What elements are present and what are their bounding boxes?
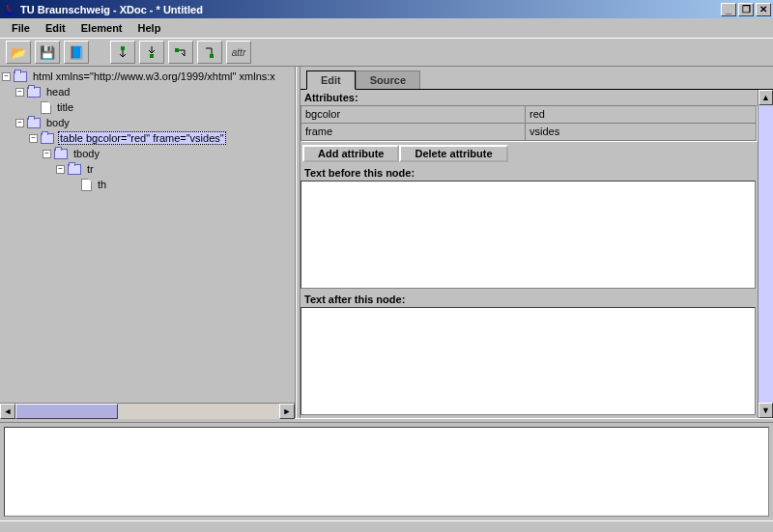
tab-source[interactable]: Source: [356, 70, 420, 89]
properties-pane: Edit Source Attributes: bgcolor red fram…: [301, 67, 773, 418]
folder-icon: [68, 164, 81, 175]
tree-label: body: [44, 116, 72, 129]
tree-label: tr: [85, 162, 96, 176]
workspace: −html xmlns="http://www.w3.org/1999/xhtm…: [0, 67, 773, 418]
text-after-heading: Text after this node:: [301, 292, 758, 307]
svg-rect-14: [210, 54, 214, 58]
tree-node-tr[interactable]: −tr: [2, 161, 295, 177]
title-bar: TU Braunschweig - XDoc - * Untitled _ ❐ …: [0, 0, 773, 18]
collapse-icon[interactable]: −: [56, 165, 65, 174]
attribute-name[interactable]: frame: [301, 124, 526, 140]
insert-after-button[interactable]: [168, 41, 193, 64]
tree-node-tbody[interactable]: −tbody: [2, 146, 295, 161]
window-title: TU Braunschweig - XDoc - * Untitled: [20, 4, 719, 15]
minimize-button[interactable]: _: [721, 3, 736, 16]
tree-node-head[interactable]: −head: [2, 84, 295, 99]
collapse-icon[interactable]: −: [15, 119, 24, 127]
tree-node-title[interactable]: title: [2, 99, 295, 115]
scroll-right-icon[interactable]: ►: [279, 404, 295, 419]
attributes-heading: Attributes:: [301, 90, 758, 105]
java-icon: [2, 2, 17, 17]
text-before-input[interactable]: [301, 181, 756, 289]
collapse-icon[interactable]: −: [43, 150, 51, 158]
attributes-table: bgcolor red frame vsides: [301, 105, 758, 142]
open-button[interactable]: 📂: [6, 41, 31, 64]
attribute-button[interactable]: attr: [226, 41, 251, 64]
tree-node-html[interactable]: −html xmlns="http://www.w3.org/1999/xhtm…: [2, 69, 295, 84]
attribute-name[interactable]: bgcolor: [301, 106, 526, 123]
element-tree[interactable]: −html xmlns="http://www.w3.org/1999/xhtm…: [0, 67, 295, 403]
scroll-thumb[interactable]: [15, 404, 118, 419]
add-attribute-button[interactable]: Add attribute: [302, 145, 399, 162]
folder-icon: [27, 118, 41, 128]
file-icon: [81, 179, 92, 191]
tree-h-scrollbar[interactable]: ◄ ►: [0, 403, 295, 418]
menu-bar: File Edit Element Help: [0, 18, 773, 38]
attribute-value[interactable]: vsides: [526, 124, 757, 140]
status-bar: [0, 520, 773, 532]
panel-v-scrollbar[interactable]: ▲ ▼: [758, 90, 773, 418]
svg-rect-8: [175, 48, 179, 52]
tree-label: title: [55, 100, 75, 114]
svg-rect-0: [121, 46, 125, 50]
tree-node-body[interactable]: −body: [2, 115, 295, 130]
scroll-down-icon[interactable]: ▼: [759, 403, 773, 418]
tree-node-table[interactable]: −table bgcolor="red" frame="vsides": [2, 130, 295, 146]
toolbar: 📂 💾 📘 attr: [0, 38, 773, 67]
tree-label: th: [96, 178, 108, 191]
menu-file[interactable]: File: [4, 20, 38, 36]
text-after-input[interactable]: [301, 307, 756, 415]
output-pane[interactable]: [4, 427, 769, 517]
svg-rect-7: [150, 54, 154, 58]
folder-icon: [14, 71, 27, 82]
file-icon: [41, 101, 51, 114]
edit-panel: Attributes: bgcolor red frame vsides Add…: [301, 90, 758, 418]
maximize-button[interactable]: ❐: [738, 3, 754, 16]
document-button[interactable]: 📘: [64, 41, 89, 64]
tab-panel: Attributes: bgcolor red frame vsides Add…: [301, 89, 773, 418]
insert-inside-button[interactable]: [139, 41, 164, 64]
tab-strip: Edit Source: [301, 70, 773, 89]
tree-pane: −html xmlns="http://www.w3.org/1999/xhtm…: [0, 67, 296, 418]
text-before-heading: Text before this node:: [301, 165, 758, 181]
tree-node-th[interactable]: th: [2, 177, 295, 192]
attribute-value[interactable]: red: [526, 106, 757, 123]
folder-icon: [27, 87, 41, 98]
tab-edit[interactable]: Edit: [306, 70, 356, 90]
attribute-row[interactable]: frame vsides: [301, 124, 757, 141]
scroll-track[interactable]: [15, 404, 279, 419]
close-button[interactable]: ✕: [756, 3, 771, 16]
scroll-left-icon[interactable]: ◄: [0, 404, 15, 419]
horizontal-splitter[interactable]: [0, 418, 773, 423]
folder-icon: [54, 149, 68, 159]
collapse-icon[interactable]: −: [15, 88, 24, 97]
folder-icon: [41, 133, 54, 144]
tree-label: tbody: [72, 147, 101, 160]
menu-help[interactable]: Help: [130, 20, 169, 36]
attribute-row[interactable]: bgcolor red: [301, 106, 757, 124]
menu-element[interactable]: Element: [73, 20, 130, 36]
tree-label: html xmlns="http://www.w3.org/1999/xhtml…: [31, 70, 277, 83]
insert-before-button[interactable]: [110, 41, 135, 64]
scroll-up-icon[interactable]: ▲: [759, 90, 773, 105]
tree-label: table bgcolor="red" frame="vsides": [58, 131, 226, 145]
save-button[interactable]: 💾: [35, 41, 60, 64]
tree-label: head: [44, 85, 72, 98]
collapse-icon[interactable]: −: [29, 134, 38, 143]
insert-wrap-button[interactable]: [197, 41, 222, 64]
collapse-icon[interactable]: −: [2, 72, 11, 81]
delete-attribute-button[interactable]: Delete attribute: [399, 145, 507, 162]
scroll-track[interactable]: [759, 105, 773, 403]
menu-edit[interactable]: Edit: [38, 20, 73, 36]
attribute-buttons: Add attribute Delete attribute: [301, 142, 758, 165]
